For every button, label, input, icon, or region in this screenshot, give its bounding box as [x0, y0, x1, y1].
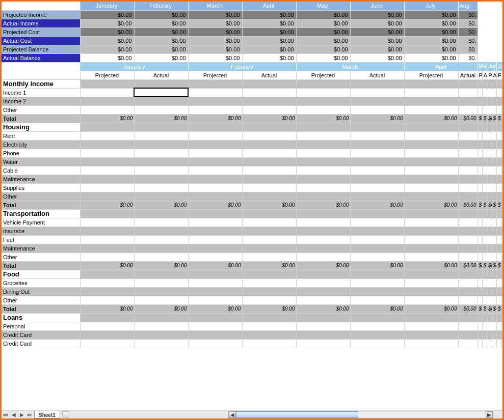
cell[interactable]	[492, 123, 496, 131]
summary-cell[interactable]: $0.00	[296, 53, 350, 62]
data-cell[interactable]	[134, 88, 188, 97]
cell[interactable]	[350, 209, 404, 218]
total-cell[interactable]: $0.00	[134, 261, 188, 270]
total-cell[interactable]: $0.00	[80, 261, 134, 270]
data-cell[interactable]	[80, 97, 134, 105]
summary-cell[interactable]: $0.00	[350, 27, 404, 36]
total-cell[interactable]: $0.00	[404, 304, 458, 313]
total-cell[interactable]: $0.00	[242, 201, 296, 209]
summary-cell[interactable]: $0.00	[242, 10, 296, 19]
data-cell[interactable]	[478, 140, 482, 149]
data-cell[interactable]	[404, 227, 458, 235]
data-cell[interactable]	[458, 88, 478, 97]
summary-cell[interactable]: $0.	[458, 10, 478, 19]
data-cell[interactable]	[482, 244, 487, 253]
data-cell[interactable]	[134, 149, 188, 157]
cell[interactable]	[188, 209, 242, 218]
cell[interactable]	[458, 79, 478, 88]
data-cell[interactable]	[487, 149, 492, 157]
data-cell[interactable]	[482, 253, 487, 261]
data-cell[interactable]	[496, 97, 501, 105]
data-cell[interactable]	[134, 227, 188, 235]
cell[interactable]	[487, 123, 492, 131]
data-cell[interactable]	[496, 183, 501, 192]
cell[interactable]	[501, 79, 502, 88]
summary-cell[interactable]: $0.00	[404, 53, 458, 62]
data-cell[interactable]	[501, 97, 502, 105]
total-cell[interactable]: $0.00	[487, 261, 492, 270]
data-cell[interactable]	[492, 149, 496, 157]
total-cell[interactable]: $0.00	[501, 304, 502, 313]
total-cell[interactable]: $0.00	[458, 261, 478, 270]
total-cell[interactable]: $0.00	[492, 304, 496, 313]
data-cell[interactable]	[80, 88, 134, 97]
data-cell[interactable]	[478, 183, 482, 192]
summary-cell[interactable]: $0.00	[80, 36, 134, 45]
data-cell[interactable]	[134, 192, 188, 201]
data-cell[interactable]	[404, 183, 458, 192]
data-cell[interactable]	[80, 235, 134, 244]
data-cell[interactable]	[188, 218, 242, 227]
summary-cell[interactable]: $0.00	[134, 45, 188, 53]
total-cell[interactable]: $0.00	[404, 261, 458, 270]
data-cell[interactable]	[458, 149, 478, 157]
summary-cell[interactable]: $0.00	[80, 10, 134, 19]
data-cell[interactable]	[80, 287, 134, 296]
data-cell[interactable]	[478, 149, 482, 157]
data-cell[interactable]	[492, 227, 496, 235]
data-cell[interactable]	[496, 227, 501, 235]
data-cell[interactable]	[458, 278, 478, 287]
data-cell[interactable]	[188, 235, 242, 244]
total-cell[interactable]: $0.00	[482, 304, 487, 313]
data-cell[interactable]	[242, 131, 296, 140]
cell[interactable]	[350, 123, 404, 131]
data-cell[interactable]	[80, 253, 134, 261]
total-cell[interactable]: $0.00	[501, 261, 502, 270]
data-cell[interactable]	[501, 192, 502, 201]
data-cell[interactable]	[458, 235, 478, 244]
summary-cell[interactable]: $0.00	[188, 36, 242, 45]
cell[interactable]	[350, 79, 404, 88]
data-cell[interactable]	[242, 149, 296, 157]
data-cell[interactable]	[80, 244, 134, 253]
data-cell[interactable]	[501, 157, 502, 166]
data-cell[interactable]	[482, 287, 487, 296]
data-cell[interactable]	[242, 339, 296, 348]
data-cell[interactable]	[487, 244, 492, 253]
data-cell[interactable]	[482, 235, 487, 244]
scroll-track[interactable]	[236, 411, 486, 418]
total-cell[interactable]: $0.00	[458, 201, 478, 209]
total-cell[interactable]: $0.00	[487, 201, 492, 209]
total-cell[interactable]: $0.00	[188, 304, 242, 313]
data-cell[interactable]	[487, 296, 492, 304]
cell[interactable]	[496, 270, 501, 278]
data-cell[interactable]	[350, 183, 404, 192]
data-cell[interactable]	[134, 183, 188, 192]
data-cell[interactable]	[478, 192, 482, 201]
data-cell[interactable]	[242, 105, 296, 114]
data-cell[interactable]	[458, 244, 478, 253]
summary-cell[interactable]: $0.00	[188, 19, 242, 27]
data-cell[interactable]	[404, 175, 458, 183]
data-cell[interactable]	[350, 278, 404, 287]
total-cell[interactable]: $0.00	[482, 201, 487, 209]
data-cell[interactable]	[501, 278, 502, 287]
tab-nav-prev[interactable]: ◀	[10, 411, 18, 418]
summary-cell[interactable]: $0.00	[80, 45, 134, 53]
data-cell[interactable]	[478, 131, 482, 140]
data-cell[interactable]	[492, 88, 496, 97]
data-cell[interactable]	[242, 192, 296, 201]
data-cell[interactable]	[496, 105, 501, 114]
data-cell[interactable]	[482, 330, 487, 339]
data-cell[interactable]	[242, 330, 296, 339]
data-cell[interactable]	[350, 287, 404, 296]
cell[interactable]	[496, 209, 501, 218]
data-cell[interactable]	[501, 183, 502, 192]
cell[interactable]	[188, 313, 242, 322]
data-cell[interactable]	[501, 131, 502, 140]
data-cell[interactable]	[492, 131, 496, 140]
data-cell[interactable]	[188, 339, 242, 348]
data-cell[interactable]	[487, 287, 492, 296]
cell[interactable]	[487, 209, 492, 218]
data-cell[interactable]	[478, 166, 482, 175]
